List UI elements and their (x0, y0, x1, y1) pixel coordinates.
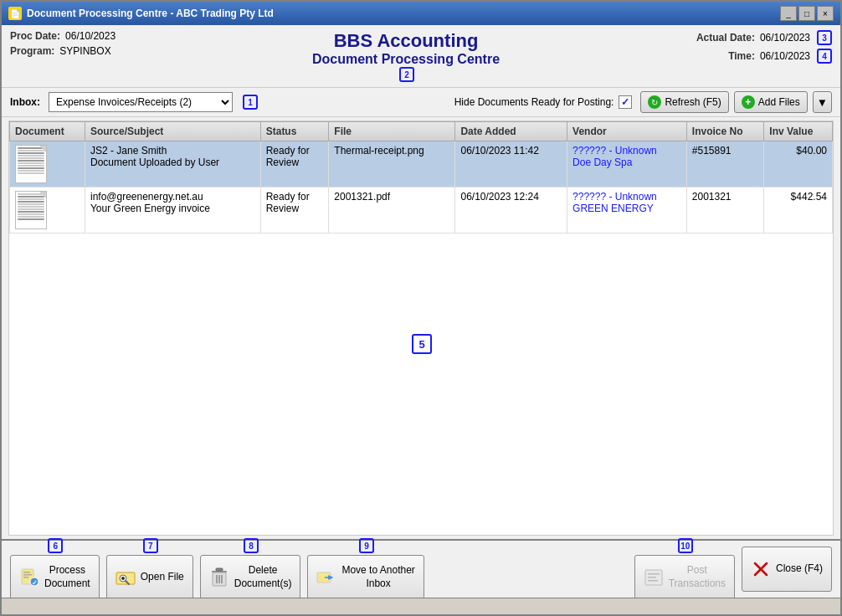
doc-line (18, 211, 44, 213)
move-inbox-group: 9 Move to AnotherInbox (307, 538, 424, 600)
delete-documents-button[interactable]: DeleteDocument(s) (200, 555, 301, 600)
center-area: 5 (9, 334, 833, 354)
doc-line (18, 165, 44, 167)
proc-date-value: 06/10/2023 (65, 30, 116, 42)
row2-source-line2: Your Green Energy invoice (90, 203, 255, 214)
row1-source-line2: Document Uploaded by User (90, 157, 255, 168)
badge-1: 1 (243, 95, 258, 110)
doc-line (18, 208, 44, 210)
row1-vendor: ?????? - UnknownDoe Day Spa (567, 141, 687, 187)
doc-line (18, 213, 44, 215)
doc-line (18, 218, 44, 220)
svg-rect-3 (23, 577, 28, 578)
row1-source: JS2 - Jane Smith Document Uploaded by Us… (85, 141, 260, 187)
row1-vendor-text: ?????? - UnknownDoe Day Spa (572, 145, 657, 168)
row2-source-line1: info@greenenergy.net.au (90, 191, 255, 203)
refresh-label: Refresh (F5) (665, 96, 721, 108)
post-transactions-group: 10 PostTransactions (634, 538, 735, 600)
row2-status: Ready for Review (260, 187, 329, 234)
sub-title: Document Processing Centre (116, 52, 696, 67)
actual-date-row: Actual Date: 06/10/2023 3 (696, 30, 832, 45)
actual-date-value: 06/10/2023 (760, 32, 810, 44)
doc-line (18, 216, 44, 218)
doc-line (18, 160, 44, 162)
doc-line (18, 147, 44, 149)
main-content: Document Source/Subject Status File Date… (2, 117, 840, 539)
table-header: Document Source/Subject Status File Date… (10, 122, 833, 141)
row2-status-text2: Review (266, 203, 324, 214)
col-document: Document (10, 122, 85, 141)
badge-10: 10 (678, 538, 693, 553)
hide-docs-checkbox[interactable] (619, 95, 632, 109)
data-table-container: Document Source/Subject Status File Date… (8, 121, 834, 536)
process-doc-label: ProcessDocument (44, 564, 90, 590)
window-title: Document Processing Centre - ABC Trading… (27, 8, 274, 19)
hide-docs-area: Hide Documents Ready for Posting: (454, 95, 633, 109)
doc-line (18, 152, 44, 154)
row2-date: 06/10/2023 12:24 (455, 187, 567, 234)
row2-doc-thumb (10, 187, 85, 234)
add-files-dropdown-button[interactable]: ▼ (813, 91, 832, 113)
add-files-button[interactable]: + Add Files (734, 91, 808, 113)
doc-line (18, 201, 44, 203)
bottom-toolbar: 6 ✓ ProcessDocument 7 (2, 539, 840, 598)
row1-doc-thumb (10, 141, 85, 187)
doc-line (18, 198, 44, 200)
time-label: Time: (728, 50, 755, 62)
doc-line (18, 206, 44, 208)
col-date-added: Date Added (455, 122, 567, 141)
row1-invoice-no: #515891 (686, 141, 764, 187)
svg-point-8 (121, 577, 125, 580)
doc-line (18, 203, 44, 205)
svg-rect-11 (216, 568, 223, 571)
badge-7: 7 (143, 538, 158, 553)
svg-rect-2 (23, 574, 32, 576)
main-title: BBS Accounting (116, 30, 696, 52)
row1-inv-value: $40.00 (764, 141, 833, 187)
refresh-icon: ↻ (648, 95, 661, 109)
header-left: Proc Date: 06/10/2023 Program: SYPINBOX (10, 30, 116, 57)
row1-file: Thermal-receipt.png (329, 141, 455, 187)
doc-line (18, 196, 44, 198)
row2-invoice-no: 2001321 (686, 187, 764, 234)
row2-status-text: Ready for (266, 191, 324, 203)
inbox-label: Inbox: (10, 96, 40, 108)
row1-status-text: Ready for (266, 145, 324, 157)
open-file-button[interactable]: Open File (106, 555, 193, 600)
doc-line (18, 193, 44, 195)
proc-date-row: Proc Date: 06/10/2023 (10, 30, 116, 42)
doc-line (18, 162, 44, 164)
close-button[interactable]: Close (F4) (742, 547, 832, 592)
program-value: SYPINBOX (59, 45, 110, 57)
move-inbox-label: Move to AnotherInbox (341, 564, 414, 590)
move-inbox-icon (316, 567, 336, 588)
doc-line (18, 150, 44, 151)
delete-docs-group: 8 DeleteDocument(s) (200, 538, 301, 600)
post-transactions-button[interactable]: PostTransactions (634, 555, 735, 600)
table-row[interactable]: info@greenenergy.net.au Your Green Energ… (10, 187, 833, 234)
svg-rect-21 (648, 580, 658, 582)
svg-rect-20 (648, 577, 656, 578)
move-to-another-inbox-button[interactable]: Move to AnotherInbox (307, 555, 424, 600)
close-icon (751, 559, 771, 579)
doc-line (18, 167, 44, 169)
close-window-button[interactable]: × (817, 6, 834, 21)
badge-8: 8 (244, 538, 259, 553)
refresh-button[interactable]: ↻ Refresh (F5) (640, 91, 728, 113)
add-files-label: Add Files (758, 96, 800, 108)
header-center: BBS Accounting Document Processing Centr… (116, 30, 696, 82)
doc-line (18, 157, 44, 159)
post-transactions-label: PostTransactions (669, 564, 726, 590)
minimize-button[interactable]: _ (780, 6, 797, 21)
doc-line (18, 172, 44, 174)
col-inv-value: Inv Value (764, 122, 833, 141)
toolbar-row: Inbox: Expense Invoices/Receipts (2) 1 H… (2, 88, 840, 117)
inbox-select[interactable]: Expense Invoices/Receipts (2) (49, 92, 233, 112)
time-value: 06/10/2023 (760, 50, 810, 62)
header-section: Proc Date: 06/10/2023 Program: SYPINBOX … (2, 25, 840, 88)
doc-line (18, 155, 44, 157)
badge-2: 2 (399, 67, 414, 82)
process-document-button[interactable]: ✓ ProcessDocument (10, 555, 100, 600)
maximize-button[interactable]: □ (798, 6, 815, 21)
table-row[interactable]: JS2 - Jane Smith Document Uploaded by Us… (10, 141, 833, 187)
